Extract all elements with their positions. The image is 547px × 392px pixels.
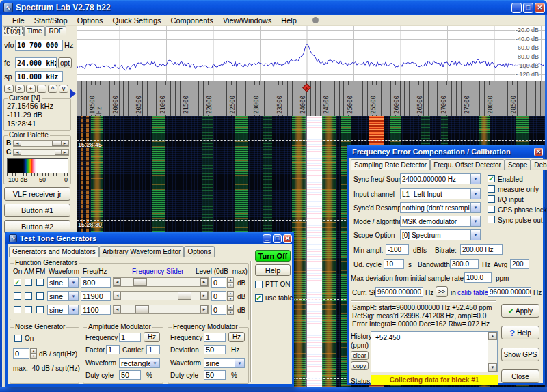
menu-view-windows[interactable]: View/Windows bbox=[218, 16, 276, 25]
vfo-input[interactable]: 10 700 000 bbox=[15, 40, 63, 51]
spectrum-graph[interactable]: -20.0 dB -40.0 dB -60.0 dB -80.0 dB - 10… bbox=[77, 26, 545, 81]
fg2-level-spinner[interactable]: ▲▼ bbox=[227, 291, 234, 301]
menu-file[interactable]: File bbox=[8, 16, 29, 25]
ud-cycle-input[interactable]: 10 bbox=[384, 259, 404, 269]
preset-vlf-receiver-button[interactable]: VLF receiver jr bbox=[4, 187, 70, 201]
tab-freq[interactable]: Freq bbox=[3, 26, 24, 36]
freq-right-button[interactable]: > bbox=[15, 85, 25, 93]
menu-options[interactable]: Options bbox=[72, 16, 108, 25]
turn-off-button[interactable]: Turn Off bbox=[255, 250, 291, 262]
fm-waveform-select[interactable]: sine▼ bbox=[204, 358, 245, 368]
tone-gen-minimize-button[interactable]: _ bbox=[263, 234, 271, 243]
fm-deviation-input[interactable]: 50 bbox=[204, 345, 226, 354]
gps-phase-lock-checkbox[interactable] bbox=[488, 206, 495, 213]
ptt-on-checkbox[interactable] bbox=[255, 281, 263, 288]
history-scrollbar[interactable]: ▲ ▼ bbox=[488, 332, 497, 372]
measure-only-checkbox[interactable] bbox=[488, 185, 495, 193]
freq-comp-tab-offset-detector[interactable]: Frequ. Offset Detector bbox=[430, 159, 505, 170]
history-textarea[interactable]: +52.450 ▲ ▼ bbox=[371, 331, 498, 372]
noise-level-input[interactable]: 0 bbox=[13, 348, 29, 359]
curr-sr-input[interactable]: 96000.000000 bbox=[375, 287, 423, 297]
tone-gen-help-button[interactable]: Help bbox=[255, 264, 291, 276]
maximize-button[interactable]: □ bbox=[523, 3, 533, 13]
fc-input[interactable]: 24.000 kHz bbox=[15, 57, 57, 68]
freq-comp-titlebar[interactable]: Frequency Error Compensation / Calibrati… bbox=[347, 145, 545, 158]
history-copy-button[interactable]: copy bbox=[351, 361, 369, 370]
min-ampl-input[interactable]: -100 bbox=[386, 244, 409, 255]
ruler-left-arrow-marker[interactable] bbox=[70, 89, 76, 98]
bandwidth-input[interactable]: 300.0 bbox=[450, 259, 479, 269]
fg3-waveform-select[interactable]: sine▼ bbox=[47, 305, 79, 315]
show-gps-button[interactable]: Show GPS bbox=[501, 348, 539, 361]
tone-gen-tab-waveform-editor[interactable]: Arbitrary Waveform Editor bbox=[99, 246, 185, 257]
brightness-slider[interactable]: ◄► bbox=[13, 140, 69, 147]
sync-pulse-out-checkbox[interactable] bbox=[488, 216, 495, 223]
menu-quick-settings[interactable]: Quick Settings bbox=[108, 16, 166, 25]
calib-table-input[interactable]: 96000.000000 bbox=[488, 287, 531, 297]
preset-button-2[interactable]: Button #2 bbox=[4, 220, 70, 234]
fg3-am-checkbox[interactable] bbox=[25, 306, 32, 313]
copy-sr-button[interactable]: >> bbox=[436, 286, 448, 297]
fg3-freq-input[interactable]: 1100 bbox=[81, 305, 111, 315]
zoom-out-button[interactable]: - bbox=[37, 85, 46, 93]
fg2-freq-input[interactable]: 11900 bbox=[81, 291, 111, 301]
fg2-frequency-slider[interactable]: ◄► bbox=[113, 291, 209, 300]
mode-algorithm-select[interactable]: MSK demodulator▼ bbox=[400, 216, 481, 227]
close-button[interactable]: ✕ bbox=[535, 3, 545, 13]
noise-on-checkbox[interactable] bbox=[14, 335, 22, 342]
fg1-waveform-select[interactable]: sine▼ bbox=[47, 277, 79, 288]
fg3-fm-checkbox[interactable] bbox=[36, 306, 44, 313]
fg1-fm-checkbox[interactable] bbox=[36, 279, 44, 286]
iq-input-checkbox[interactable] bbox=[488, 195, 495, 203]
freq-comp-close-button[interactable]: ✕ bbox=[534, 148, 543, 156]
bitrate-input[interactable]: 200.00 Hz bbox=[460, 244, 503, 255]
freq-comp-help-button[interactable]: ?Help bbox=[501, 326, 539, 339]
calib-table-link[interactable]: calib table: bbox=[457, 289, 490, 296]
tab-time[interactable]: Time bbox=[24, 26, 46, 36]
fc-opt-button[interactable]: opt bbox=[58, 57, 72, 68]
fg1-am-checkbox[interactable] bbox=[25, 279, 32, 286]
tone-gen-tab-generators[interactable]: Generators and Modulators bbox=[9, 246, 99, 257]
avrg-input[interactable]: 200 bbox=[510, 259, 529, 269]
fg2-level-input[interactable]: 0 bbox=[211, 291, 226, 301]
fg2-am-checkbox[interactable] bbox=[25, 292, 32, 300]
zoom-in-button[interactable]: + bbox=[26, 85, 36, 93]
close-dialog-button[interactable]: Close bbox=[501, 369, 539, 383]
freq-comp-tab-debug[interactable]: Debug bbox=[531, 159, 547, 170]
enabled-checkbox[interactable]: ✓ bbox=[488, 175, 495, 182]
am-factor-input[interactable]: 1 bbox=[106, 345, 120, 354]
fg1-level-spinner[interactable]: ▲▼ bbox=[227, 277, 234, 288]
fg1-level-input[interactable]: 0 bbox=[211, 277, 226, 288]
tone-gen-tab-options[interactable]: Options bbox=[184, 246, 214, 257]
freq-comp-tab-sampling-rate[interactable]: Sampling Rate Detector bbox=[351, 159, 430, 170]
tone-gen-maximize-button[interactable]: □ bbox=[273, 234, 282, 243]
scroll-up-button[interactable]: ^ bbox=[48, 85, 57, 93]
fm-frequency-input[interactable]: 1 bbox=[204, 333, 226, 342]
scroll-down-button[interactable]: v bbox=[59, 85, 68, 93]
fg3-on-checkbox[interactable] bbox=[14, 306, 21, 313]
minimize-button[interactable]: _ bbox=[511, 3, 522, 13]
fg1-freq-input[interactable]: 800 bbox=[81, 277, 111, 288]
menu-components[interactable]: Components bbox=[166, 16, 218, 25]
apply-button[interactable]: ✔ Apply bbox=[501, 304, 539, 318]
fm-hz-button[interactable]: Hz bbox=[228, 332, 245, 342]
sp-input[interactable]: 10.000 kHz bbox=[15, 71, 63, 82]
fg1-frequency-slider[interactable]: ◄► bbox=[113, 277, 209, 287]
tab-rdf[interactable]: RDF bbox=[45, 26, 66, 36]
menu-help[interactable]: Help bbox=[276, 16, 302, 25]
fg2-fm-checkbox[interactable] bbox=[36, 292, 44, 300]
frequency-ruler[interactable]: 19500 Hz20000205002100021500220002250023… bbox=[77, 81, 545, 116]
max-deviation-input[interactable]: 100.0 bbox=[464, 272, 492, 283]
sync-freq-select[interactable]: 24000.000000 Hz▼ bbox=[400, 173, 481, 184]
am-carrier-input[interactable]: 1 bbox=[146, 345, 160, 354]
noise-level-spinner[interactable]: ▲▼ bbox=[30, 348, 37, 359]
am-frequency-input[interactable]: 1 bbox=[119, 333, 141, 342]
fg3-frequency-slider[interactable]: ◄► bbox=[113, 305, 209, 314]
am-hz-button[interactable]: Hz bbox=[144, 332, 160, 342]
scope-option-select[interactable]: [0] Spectrum▼ bbox=[400, 229, 481, 240]
fg2-on-checkbox[interactable] bbox=[14, 292, 21, 300]
input-channel-select[interactable]: L1=Left Input▼ bbox=[400, 188, 481, 199]
fm-duty-input[interactable]: 50 bbox=[204, 370, 226, 380]
fg3-level-input[interactable]: 0 bbox=[211, 305, 226, 315]
main-titlebar[interactable]: ∿ Spectrum Lab V2.78 b22 _ □ ✕ bbox=[0, 0, 547, 15]
